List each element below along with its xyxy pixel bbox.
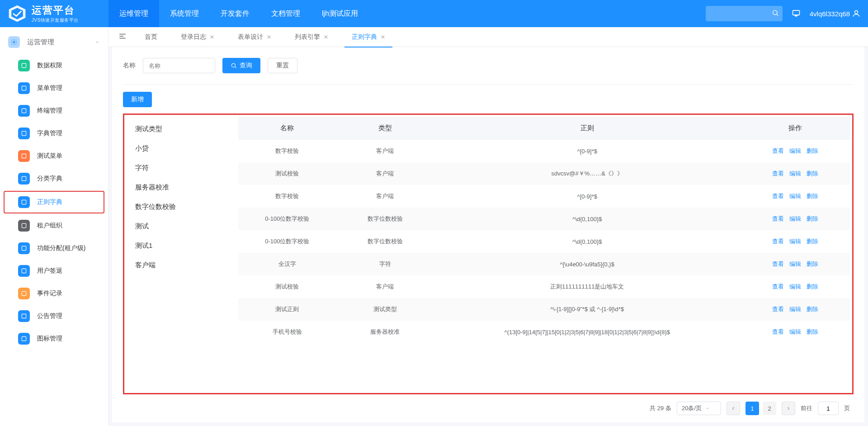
page-tab[interactable]: 登录日志✕ bbox=[169, 27, 226, 47]
edit-link[interactable]: 编辑 bbox=[789, 147, 801, 154]
view-link[interactable]: 查看 bbox=[772, 283, 784, 290]
edit-link[interactable]: 编辑 bbox=[789, 238, 801, 245]
menu-item-icon bbox=[18, 105, 30, 117]
table-cell: ^\-[1-9][]0-9"*$ 或 ^-[1-9]\d*$ bbox=[434, 298, 740, 321]
category-item[interactable]: 服务器校准 bbox=[124, 178, 233, 197]
table-cell: ^[\u4e00-\u9fa5]{0,}$ bbox=[434, 253, 740, 275]
sidebar-section-head[interactable]: 运营管理 bbox=[0, 30, 108, 54]
delete-link[interactable]: 删除 bbox=[807, 328, 818, 335]
table-cell: 客户端 bbox=[336, 185, 434, 208]
delete-link[interactable]: 删除 bbox=[807, 215, 818, 222]
username-text: 4vlq6l332q68 bbox=[810, 10, 850, 18]
edit-link[interactable]: 编辑 bbox=[789, 306, 801, 312]
category-item[interactable]: 测试类型 bbox=[124, 119, 233, 139]
chevron-right-icon bbox=[786, 406, 791, 411]
page-tab[interactable]: 正则字典✕ bbox=[340, 27, 397, 47]
category-item[interactable]: 数字位数校验 bbox=[124, 197, 233, 217]
logo-icon bbox=[7, 4, 27, 24]
delete-link[interactable]: 删除 bbox=[807, 260, 818, 267]
page-number[interactable]: 1 bbox=[745, 402, 759, 415]
prev-page-button[interactable] bbox=[726, 402, 740, 415]
delete-link[interactable]: 删除 bbox=[807, 170, 818, 177]
sidebar-item[interactable]: 分类字典 bbox=[0, 167, 108, 190]
category-item[interactable]: 客户端 bbox=[124, 256, 233, 275]
view-link[interactable]: 查看 bbox=[772, 238, 784, 245]
page-size-select[interactable]: 20条/页 bbox=[677, 402, 721, 415]
sidebar-item[interactable]: 测试菜单 bbox=[0, 145, 108, 167]
table-cell: ^\d{0,100}$ bbox=[434, 208, 740, 230]
header-search-input[interactable] bbox=[706, 6, 783, 21]
close-tab-icon[interactable]: ✕ bbox=[324, 34, 328, 40]
edit-link[interactable]: 编辑 bbox=[789, 215, 801, 222]
sidebar-item[interactable]: 用户签退 bbox=[0, 260, 108, 282]
add-button[interactable]: 新增 bbox=[123, 92, 152, 107]
nav-item[interactable]: 文档管理 bbox=[260, 0, 311, 27]
edit-link[interactable]: 编辑 bbox=[789, 170, 801, 177]
sidebar-item-label: 用户签退 bbox=[37, 267, 62, 275]
view-link[interactable]: 查看 bbox=[772, 328, 784, 335]
page-tab[interactable]: 列表引擎✕ bbox=[283, 27, 340, 47]
edit-link[interactable]: 编辑 bbox=[789, 328, 801, 335]
table-row: 数字校验客户端^[0-9]*$查看编辑删除 bbox=[238, 185, 850, 208]
delete-link[interactable]: 删除 bbox=[807, 283, 818, 290]
svg-rect-17 bbox=[22, 291, 26, 295]
edit-link[interactable]: 编辑 bbox=[789, 193, 801, 199]
user-menu[interactable]: 4vlq6l332q68 bbox=[810, 9, 861, 18]
category-item[interactable]: 测试 bbox=[124, 217, 233, 236]
sidebar-item[interactable]: 图标管理 bbox=[0, 327, 108, 350]
gear-icon bbox=[8, 36, 20, 48]
table-cell: 正则1111111111是山地车文 bbox=[434, 275, 740, 298]
view-link[interactable]: 查看 bbox=[772, 260, 784, 267]
sidebar-item[interactable]: 租户组织 bbox=[0, 214, 108, 237]
delete-link[interactable]: 删除 bbox=[807, 147, 818, 154]
table-row: 数字校验客户端^[0-9]*$查看编辑删除 bbox=[238, 140, 850, 162]
sidebar-item[interactable]: 数据权限 bbox=[0, 54, 108, 77]
sidebar-item[interactable]: 事件记录 bbox=[0, 282, 108, 305]
sidebar-item[interactable]: 字典管理 bbox=[0, 122, 108, 145]
category-item[interactable]: 测试1 bbox=[124, 236, 233, 256]
delete-link[interactable]: 删除 bbox=[807, 306, 818, 312]
sidebar-item[interactable]: 功能分配(租户级) bbox=[0, 237, 108, 260]
sidebar-item[interactable]: 终端管理 bbox=[0, 99, 108, 122]
query-button[interactable]: 查询 bbox=[222, 58, 260, 73]
close-tab-icon[interactable]: ✕ bbox=[267, 34, 271, 40]
next-page-button[interactable] bbox=[782, 402, 795, 415]
sidebar: 运营管理 数据权限菜单管理终端管理字典管理测试菜单分类字典正则字典租户组织功能分… bbox=[0, 27, 108, 426]
svg-rect-15 bbox=[22, 246, 26, 250]
category-item[interactable]: 小贷 bbox=[124, 139, 233, 158]
goto-page-input[interactable] bbox=[818, 402, 839, 415]
page-number[interactable]: 2 bbox=[763, 402, 776, 415]
table-cell: 全汉字 bbox=[238, 253, 336, 275]
reset-button[interactable]: 重置 bbox=[268, 58, 297, 73]
name-search-input[interactable] bbox=[143, 58, 215, 73]
nav-item[interactable]: 运维管理 bbox=[108, 0, 159, 27]
table-cell: 数字位数校验 bbox=[336, 208, 434, 230]
collapse-sidebar-icon[interactable] bbox=[112, 32, 133, 42]
view-link[interactable]: 查看 bbox=[772, 170, 784, 177]
delete-link[interactable]: 删除 bbox=[807, 238, 818, 245]
page-tab[interactable]: 首页 bbox=[133, 27, 169, 47]
edit-link[interactable]: 编辑 bbox=[789, 283, 801, 290]
view-link[interactable]: 查看 bbox=[772, 193, 784, 199]
message-icon[interactable] bbox=[792, 9, 801, 19]
category-item[interactable]: 字符 bbox=[124, 158, 233, 178]
sidebar-item[interactable]: 正则字典 bbox=[4, 191, 104, 213]
view-link[interactable]: 查看 bbox=[772, 306, 784, 312]
sidebar-item[interactable]: 公告管理 bbox=[0, 305, 108, 327]
search-label: 名称 bbox=[123, 62, 136, 70]
view-link[interactable]: 查看 bbox=[772, 215, 784, 222]
delete-link[interactable]: 删除 bbox=[807, 193, 818, 199]
sidebar-item[interactable]: 菜单管理 bbox=[0, 77, 108, 99]
view-link[interactable]: 查看 bbox=[772, 147, 784, 154]
nav-item[interactable]: 开发套件 bbox=[210, 0, 260, 27]
close-tab-icon[interactable]: ✕ bbox=[381, 34, 385, 40]
page-tab[interactable]: 表单设计✕ bbox=[226, 27, 283, 47]
svg-rect-7 bbox=[22, 63, 26, 67]
edit-link[interactable]: 编辑 bbox=[789, 260, 801, 267]
close-tab-icon[interactable]: ✕ bbox=[210, 34, 214, 40]
nav-item[interactable]: 系统管理 bbox=[159, 0, 210, 27]
nav-item[interactable]: ljh测试应用 bbox=[311, 0, 369, 27]
table-area: 名称类型正则操作 数字校验客户端^[0-9]*$查看编辑删除测试校验客户端sdv… bbox=[238, 117, 850, 393]
table-cell: 手机号校验 bbox=[238, 321, 336, 343]
search-icon[interactable] bbox=[772, 9, 779, 18]
